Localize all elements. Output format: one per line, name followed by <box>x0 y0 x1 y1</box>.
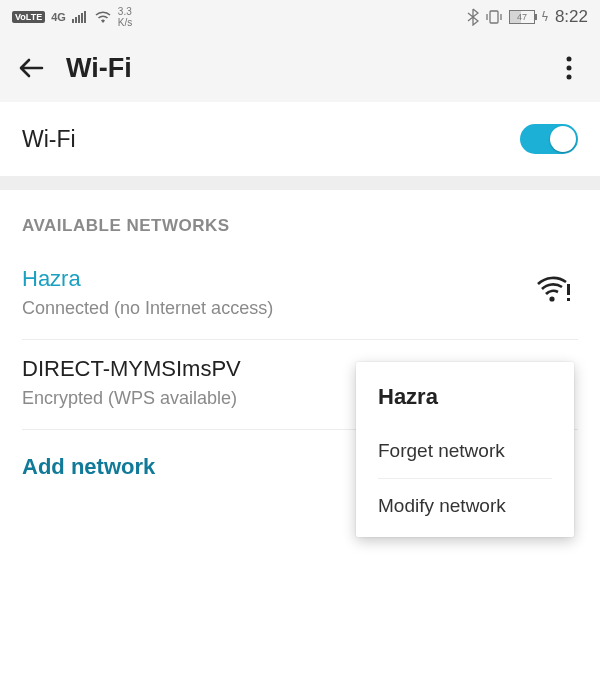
wifi-toggle[interactable] <box>520 124 578 154</box>
status-right: 47 ϟ 8:22 <box>467 7 588 27</box>
network-name: Hazra <box>22 266 578 292</box>
svg-rect-5 <box>490 11 498 23</box>
back-button[interactable] <box>16 53 56 83</box>
more-button[interactable] <box>554 56 584 80</box>
svg-rect-2 <box>78 15 80 23</box>
app-bar: Wi-Fi <box>0 34 600 102</box>
svg-point-8 <box>567 75 572 80</box>
status-left: VoLTE 4G 3.3K/s <box>12 6 132 28</box>
page-title: Wi-Fi <box>66 53 554 84</box>
wifi-signal-alert-icon <box>536 276 572 308</box>
charging-icon: ϟ <box>541 10 549 24</box>
popup-title: Hazra <box>356 366 574 424</box>
net-speed-indicator: 3.3K/s <box>118 6 132 28</box>
network-context-menu: Hazra Forget network Modify network <box>356 362 574 537</box>
svg-rect-0 <box>72 19 74 23</box>
network-status: Connected (no Internet access) <box>22 298 578 319</box>
svg-rect-11 <box>567 298 570 301</box>
vibrate-icon <box>485 9 503 25</box>
svg-rect-10 <box>567 284 570 295</box>
modify-network-button[interactable]: Modify network <box>356 479 574 533</box>
volte-badge: VoLTE <box>12 11 45 23</box>
arrow-left-icon <box>16 53 46 83</box>
svg-rect-4 <box>84 11 86 23</box>
wifi-toggle-label: Wi-Fi <box>22 126 76 153</box>
wifi-toggle-row: Wi-Fi <box>0 102 600 176</box>
available-networks-header: AVAILABLE NETWORKS <box>0 190 600 250</box>
more-vert-icon <box>566 56 572 80</box>
section-gap <box>0 176 600 190</box>
svg-point-6 <box>567 57 572 62</box>
net-gen-icon: 4G <box>51 11 66 23</box>
cell-signal-icon <box>72 11 88 23</box>
svg-rect-3 <box>81 13 83 23</box>
svg-rect-1 <box>75 17 77 23</box>
status-bar: VoLTE 4G 3.3K/s 47 ϟ 8:22 <box>0 0 600 34</box>
svg-point-7 <box>567 66 572 71</box>
forget-network-button[interactable]: Forget network <box>356 424 574 478</box>
clock: 8:22 <box>555 7 588 27</box>
network-item-hazra[interactable]: Hazra Connected (no Internet access) <box>0 250 600 339</box>
svg-point-9 <box>549 296 554 301</box>
battery-indicator: 47 <box>509 10 535 24</box>
wifi-status-icon <box>94 10 112 24</box>
bluetooth-icon <box>467 8 479 26</box>
